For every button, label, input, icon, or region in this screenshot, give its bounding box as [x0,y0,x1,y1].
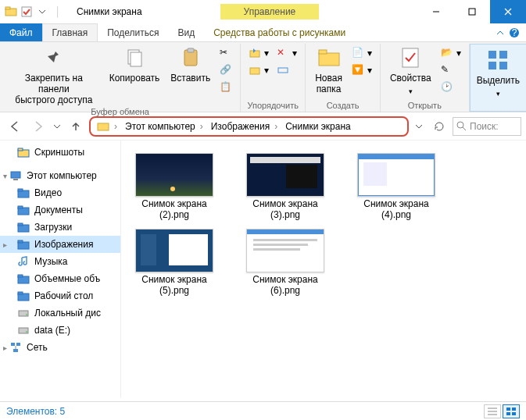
svg-rect-28 [11,172,20,178]
file-item-3[interactable]: Снимок экрана (5).png [127,229,221,297]
svg-rect-41 [18,292,23,294]
sidebar-item-7[interactable]: Объемные объ [0,270,120,287]
breadcrumb-pc[interactable]: Этот компьютер› [122,121,206,132]
history-button[interactable]: 🕑 [438,80,464,95]
breadcrumb-pictures[interactable]: Изображения› [208,121,281,132]
svg-rect-35 [18,223,23,226]
ribbon-collapse[interactable]: ? [490,23,526,41]
delete-button[interactable]: ✕▾ [274,45,300,61]
svg-rect-21 [488,62,496,69]
folder-icon [5,5,17,18]
view-icons-button[interactable] [503,404,520,418]
pin-button[interactable]: Закрепить на панели быстрого доступа [5,44,103,107]
properties-button[interactable]: Свойства▾ [385,44,436,97]
move-icon [249,47,261,59]
sidebar-item-6[interactable]: Музыка [0,253,120,270]
view-details-button[interactable] [484,404,501,418]
paste-button[interactable]: Вставить [166,44,215,86]
new-item-button[interactable]: 📄▾ [349,45,375,61]
nav-up-button[interactable] [66,116,86,137]
sidebar-item-1[interactable]: ▾Этот компьютер [0,167,120,184]
disk-icon [17,324,30,336]
file-name: Снимок экрана (6).png [252,274,318,297]
pc-icon [9,169,22,182]
cut-button[interactable]: ✂ [216,45,235,61]
address-dropdown-button[interactable] [412,116,426,137]
file-item-1[interactable]: Снимок экрана (3).png [238,153,332,221]
svg-rect-53 [506,408,510,411]
sidebar-item-0[interactable]: Скриншоты [0,144,120,161]
svg-rect-29 [13,179,18,180]
files-grid[interactable]: Снимок экрана (2).pngСнимок экрана (3).p… [121,141,526,398]
sidebar-item-11[interactable]: ▸Сеть [0,339,120,356]
delete-icon: ✕ [277,47,289,59]
nav-back-button[interactable] [5,116,25,137]
file-name: Снимок экрана (5).png [141,274,207,297]
expand-icon[interactable]: ▸ [3,343,7,352]
svg-rect-16 [319,53,339,66]
help-icon[interactable]: ? [509,27,520,38]
refresh-button[interactable] [429,116,449,137]
expand-icon[interactable]: ▸ [3,240,7,249]
rename-button[interactable] [274,62,300,78]
breadcrumb[interactable]: › Этот компьютер› Изображения› Снимки эк… [89,116,409,137]
paste-label: Вставить [170,73,210,84]
search-input[interactable]: Поиск: [453,117,521,136]
svg-rect-46 [11,343,15,346]
group-open: Свойства▾ 📂▾ ✎ 🕑 Открыть [381,44,470,112]
music-icon [17,255,30,268]
breadcrumb-current[interactable]: Снимки экрана [282,121,354,132]
copy-button[interactable]: Копировать [105,44,165,86]
nav-recent-button[interactable] [52,116,63,137]
sidebar-item-label: Этот компьютер [27,170,97,181]
open-button[interactable]: 📂▾ [438,45,464,61]
chevron-down-icon[interactable] [36,5,48,18]
sidebar-item-5[interactable]: ▸Изображения [0,236,120,253]
move-to-button[interactable]: ▾ [245,45,272,61]
group-organize-label: Упорядочить [247,101,298,112]
ribbon-tab-home[interactable]: Главная [42,23,98,41]
status-bar: Элементов: 5 [0,401,526,420]
nav-forward-button[interactable] [28,116,48,137]
svg-rect-22 [499,62,507,69]
ribbon-tab-view[interactable]: Вид [168,23,204,41]
select-label: Выделить [477,76,520,87]
sidebar: Скриншоты▾Этот компьютерВидеоДокументыЗа… [0,141,121,398]
minimize-button[interactable] [418,0,454,23]
copy-to-button[interactable]: ▾ [245,62,272,78]
file-name: Снимок экрана (2).png [141,198,207,221]
new-folder-button[interactable]: Новая папка [310,44,347,97]
breadcrumb-root-icon[interactable]: › [94,120,120,133]
svg-point-43 [26,314,27,315]
sidebar-item-9[interactable]: Локальный дис [0,304,120,322]
edit-button[interactable]: ✎ [438,62,464,78]
file-item-0[interactable]: Снимок экрана (2).png [127,153,221,221]
paste-shortcut-button[interactable]: 📋 [216,80,235,95]
3d-icon [17,272,30,285]
svg-rect-10 [131,52,141,66]
address-bar-row: › Этот компьютер› Изображения› Снимки эк… [0,112,526,141]
close-button[interactable] [490,0,526,23]
checkbox-icon[interactable] [20,5,33,18]
expand-icon[interactable]: ▾ [3,172,7,180]
titlebar: │ Снимки экрана Управление [0,0,526,23]
ribbon-tabs: Файл Главная Поделиться Вид Средства раб… [0,23,526,42]
sidebar-item-4[interactable]: Загрузки [0,219,120,236]
ribbon-context-title: Управление [220,4,320,20]
ribbon-tab-picture-tools[interactable]: Средства работы с рисунками [204,23,355,41]
maximize-button[interactable] [454,0,490,23]
ribbon-tab-file[interactable]: Файл [0,23,42,41]
pictures-icon [17,238,30,251]
svg-rect-15 [278,68,288,73]
sidebar-item-10[interactable]: data (E:) [0,322,120,339]
easy-access-button[interactable]: 🔽▾ [349,62,375,78]
svg-point-45 [26,331,27,333]
file-item-4[interactable]: Снимок экрана (6).png [238,229,332,297]
sidebar-item-3[interactable]: Документы [0,201,120,219]
file-item-2[interactable]: Снимок экрана (4).png [349,153,443,221]
select-button[interactable]: Выделить▾ [472,46,524,99]
copy-path-button[interactable]: 🔗 [216,62,235,78]
sidebar-item-2[interactable]: Видео [0,184,120,201]
ribbon-tab-share[interactable]: Поделиться [98,23,168,41]
sidebar-item-8[interactable]: Рабочий стол [0,287,120,304]
